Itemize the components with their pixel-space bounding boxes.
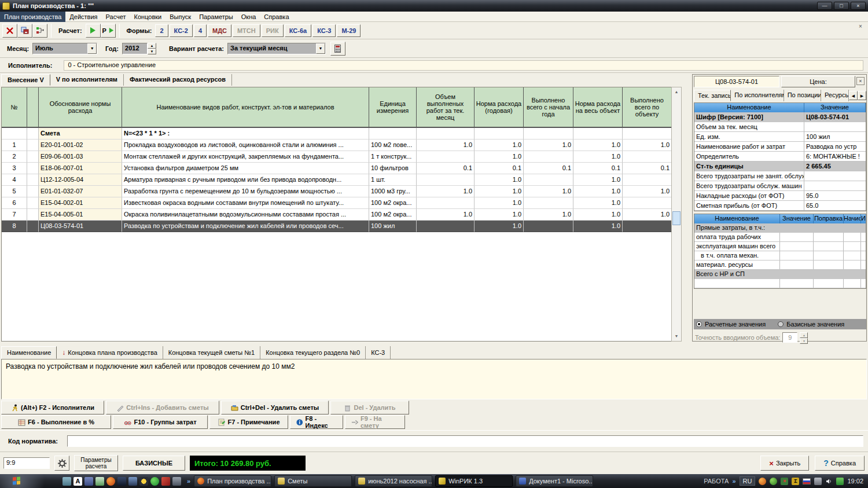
prop-row[interactable]: Всего трудозатраты обслуж. машин — [694, 181, 866, 191]
close-dialog-button[interactable]: × Закрыть — [760, 456, 809, 471]
tray-red-x-icon[interactable]: × — [781, 478, 788, 485]
word-icon[interactable] — [84, 477, 93, 486]
year-down-icon[interactable]: ▼ — [148, 49, 156, 54]
delete-button[interactable] — [2, 24, 17, 38]
price-label[interactable]: Цена: — [781, 76, 855, 87]
cost-row[interactable]: материал. ресурсы — [694, 260, 866, 270]
menu-parametry[interactable]: Параметры — [195, 12, 237, 22]
table-row[interactable]: 1 Е20-01-001-02 Прокладка воздуховодов и… — [2, 140, 681, 151]
toolbar-close-icon[interactable]: × — [856, 23, 865, 31]
cost-row[interactable]: в т.ч. оплата механ. — [694, 251, 866, 260]
col-header-norm-year[interactable]: Норма расхода (годовая) — [475, 87, 524, 127]
menu-vypusk[interactable]: Выпуск — [165, 12, 195, 22]
col-header-norm-object[interactable]: Норма расхода на весь объект — [573, 87, 623, 127]
col-header-name[interactable]: Наименование видов работ, конструкт. эл-… — [122, 87, 369, 127]
prop-row[interactable]: Всего трудозатраты не занят. обслуж. маш — [694, 171, 866, 181]
precision-up-icon[interactable]: ▲ — [800, 332, 808, 338]
taskbar-window-word[interactable]: Документ1 - Microso... — [516, 475, 593, 487]
col-header-done-object[interactable]: Выполнено всего по объекту — [623, 87, 672, 127]
letter-a-icon[interactable]: A — [73, 477, 82, 486]
calc-values-radio[interactable] — [696, 321, 702, 327]
tab-koncovka-plana[interactable]: ↓Концовка плана производства — [57, 346, 163, 359]
form-button-ks2[interactable]: КС-2 — [170, 24, 193, 37]
col-header-num[interactable]: № — [2, 87, 27, 127]
menu-dejstvija[interactable]: Действия — [65, 12, 101, 22]
year-stepper[interactable]: 2012 ▲ ▼ — [122, 43, 156, 54]
completion-percent-button[interactable]: F6 - Выполнение в % — [1, 415, 111, 429]
russian-flag-icon[interactable] — [803, 478, 811, 485]
desktop-icon[interactable] — [117, 477, 126, 486]
variant-combobox[interactable]: За текущий месяц ▼ — [227, 43, 326, 54]
panel-close-icon[interactable]: × — [856, 77, 865, 85]
form-button-ks3[interactable]: КС-3 — [312, 24, 336, 37]
executor-value[interactable]: 0 - Строительное управление — [64, 60, 863, 71]
run-calc-p-button[interactable]: P — [101, 24, 116, 38]
year-up-icon[interactable]: ▲ — [148, 43, 156, 49]
tab-naimenovanie[interactable]: Наименование — [1, 346, 57, 359]
table-row[interactable]: 4 Ц12-12-005-04 Арматура приварная с руч… — [2, 174, 681, 186]
scroll-up-icon[interactable]: ▲ — [672, 87, 681, 97]
prop-row[interactable]: Ед. изм.100 жил — [694, 132, 866, 142]
language-indicator[interactable]: RU — [740, 476, 756, 486]
tray-green-icon[interactable] — [770, 478, 777, 485]
form-button-ks6a[interactable]: КС-6а — [285, 24, 311, 37]
prop-row[interactable]: Сметная прибыль (от ФОТ)65.0 — [694, 201, 866, 211]
copy-save-button[interactable] — [17, 24, 32, 38]
form-button-mds[interactable]: МДС — [208, 24, 231, 37]
tab-koncovka-smety[interactable]: Концовка текущей сметы №1 — [163, 346, 260, 359]
name-text-area[interactable]: Разводка по устройствам и подключение жи… — [1, 359, 867, 399]
table-row[interactable]: 5 Е01-01-032-07 Разработка грунта с пере… — [2, 186, 681, 197]
prop-row[interactable]: Ст-ть единицы2 665.45 — [694, 162, 866, 171]
taskbar-window-winrik[interactable]: WinРИК 1.3 — [435, 475, 513, 487]
star-icon[interactable] — [139, 477, 148, 486]
table-row[interactable]: 6 Е15-04-002-01 Известковая окраска водн… — [2, 197, 681, 209]
tab-tek-zapis[interactable]: Тек. запись — [694, 90, 731, 101]
cost-row[interactable]: эксплуатация машин всего — [694, 242, 866, 251]
executors-button[interactable]: (Alt+) F2 - Исполнители — [1, 401, 104, 414]
precision-stepper[interactable]: ▲ ▼ — [800, 332, 808, 343]
tray-orange-icon[interactable] — [759, 478, 766, 485]
note-button[interactable]: F7 - Примечание — [209, 415, 288, 429]
taskbar-window-plan[interactable]: План производства ... — [194, 475, 271, 487]
taskbar-window-smety[interactable]: Сметы — [274, 475, 352, 487]
tray-sigma-icon[interactable]: Σ — [792, 478, 799, 485]
tab-fakticheskij-rashod[interactable]: Фактический расход ресурсов — [124, 74, 232, 86]
table-row[interactable]: 7 Е15-04-005-01 Окраска поливинилацетатн… — [2, 209, 681, 221]
firefox-icon[interactable] — [106, 477, 115, 486]
tab-po-pozicii[interactable]: По позиции — [784, 90, 821, 101]
cost-row[interactable]: Прямые затраты, в т.ч.: — [694, 223, 866, 233]
detail-code-box[interactable]: Ц08-03-574-01 — [694, 76, 779, 87]
nature-icon[interactable] — [95, 477, 104, 486]
table-row-smeta[interactable]: Смета N=<23 * 1 * 1> : — [2, 128, 681, 140]
tab-vnesenie-v[interactable]: Внесение V — [1, 74, 50, 86]
structure-button[interactable] — [32, 24, 47, 38]
col-header-done-year[interactable]: Выполнено всего с начала года — [524, 87, 573, 127]
menu-plan-proizvodstva[interactable]: План производства — [0, 12, 65, 22]
scroll-down-icon[interactable]: ▼ — [672, 332, 681, 341]
tray-arrow-icon[interactable] — [836, 478, 844, 485]
form-button-m29[interactable]: М-29 — [337, 24, 361, 37]
menu-okna[interactable]: Окна — [237, 12, 260, 22]
document-icon[interactable] — [62, 477, 71, 486]
cost-row[interactable]: Всего с НР и СП — [694, 270, 866, 279]
calculator-button[interactable] — [330, 42, 345, 56]
quick-launch-chevron-icon[interactable]: » — [187, 478, 190, 485]
form-button-4[interactable]: 4 — [194, 24, 207, 37]
col-header-volume-month[interactable]: Объем выполненых работ за тек. месяц — [417, 87, 475, 127]
calc-params-button[interactable]: Параметры расчета — [74, 455, 118, 471]
tab-scroll-left-icon[interactable]: ◀ — [849, 91, 858, 100]
computer-icon[interactable] — [172, 477, 181, 486]
prop-col-name[interactable]: Наименование — [694, 103, 804, 112]
prop-row[interactable]: Накладные расходы (от ФОТ)95.0 — [694, 191, 866, 201]
tab-po-ispolniteljam[interactable]: По исполнителям — [731, 90, 784, 101]
red-app-icon[interactable] — [161, 477, 170, 486]
tray-camera-icon[interactable] — [814, 478, 822, 485]
month-combobox[interactable]: Июль ▼ — [32, 43, 97, 54]
maximize-button[interactable]: □ — [834, 2, 849, 10]
tab-koncovka-razdela[interactable]: Концовка текущего раздела №0 — [260, 346, 366, 359]
start-button[interactable] — [0, 474, 62, 488]
menu-raschet[interactable]: Расчет — [102, 12, 130, 22]
prop-row[interactable]: Наименование работ и затратРазводка по у… — [694, 142, 866, 152]
table-row[interactable]: 3 Е18-06-007-01 Установка фильтров диаме… — [2, 163, 681, 174]
tab-scroll-right-icon[interactable]: ▶ — [858, 91, 866, 100]
